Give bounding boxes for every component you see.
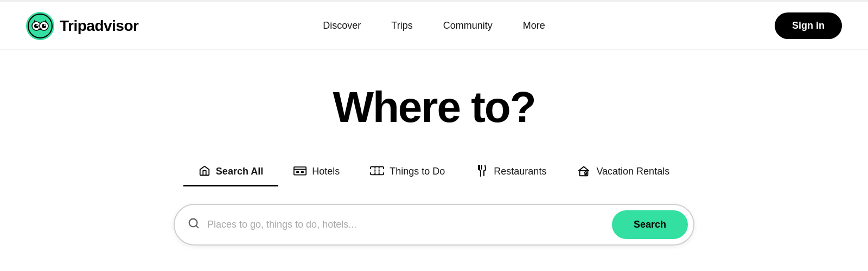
svg-rect-8 [294,169,306,175]
svg-point-5 [42,24,46,28]
bed-icon [293,165,307,178]
svg-rect-9 [296,171,299,173]
search-button[interactable]: Search [612,210,688,239]
search-input[interactable] [207,219,612,230]
tab-hotels-label: Hotels [312,166,340,177]
svg-line-22 [196,225,198,228]
svg-rect-10 [301,171,304,173]
tab-search-all-label: Search All [216,166,263,177]
nav-community[interactable]: Community [428,14,508,38]
ticket-icon [370,165,384,178]
search-icon [188,217,200,233]
header: Tripadvisor Discover Trips Community Mor… [0,2,868,50]
svg-rect-11 [371,167,384,175]
nav-discover[interactable]: Discover [308,14,376,38]
home-icon [199,165,210,178]
tab-vacation-rentals-label: Vacation Rentals [596,166,669,177]
nav-trips[interactable]: Trips [376,14,427,38]
tab-restaurants-label: Restaurants [494,166,546,177]
logo[interactable]: Tripadvisor [26,12,138,40]
fork-icon [475,165,488,178]
nav-links: Discover Trips Community More [308,14,560,38]
tab-vacation-rentals[interactable]: Vacation Rentals [561,158,685,186]
search-bar-container: Search [174,204,694,246]
tab-things-to-do-label: Things to Do [390,166,445,177]
hero-title: Where to? [333,82,535,132]
svg-point-6 [36,24,38,26]
logo-text: Tripadvisor [60,17,138,35]
tab-hotels[interactable]: Hotels [278,158,355,186]
tab-search-all[interactable]: Search All [183,158,278,186]
tab-restaurants[interactable]: Restaurants [460,158,561,186]
house-key-icon [577,165,591,178]
tab-things-to-do[interactable]: Things to Do [355,158,460,186]
main-content: Where to? Search All Hotels [0,50,868,246]
svg-point-7 [44,24,46,26]
nav-more[interactable]: More [508,14,560,38]
category-tabs: Search All Hotels [183,158,685,186]
sign-in-button[interactable]: Sign in [775,12,842,39]
logo-icon [26,12,54,40]
svg-point-4 [34,24,39,28]
